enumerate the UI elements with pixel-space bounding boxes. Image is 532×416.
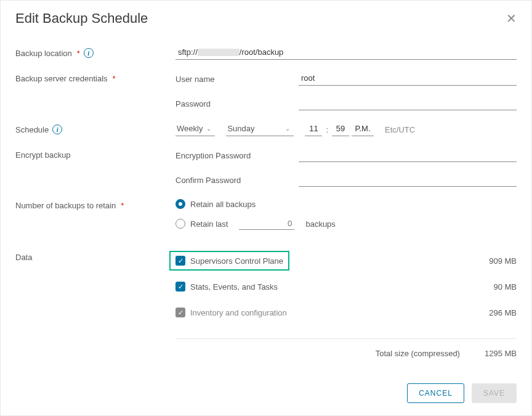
- retain-last-option[interactable]: Retain last backups: [175, 218, 517, 230]
- total-size-label: Total size (compressed): [376, 349, 460, 358]
- data-label: Data: [15, 251, 175, 262]
- timezone-text: Etc/UTC: [385, 125, 415, 134]
- save-button: SAVE: [472, 383, 517, 403]
- dialog-body: Backup location * i sftp:// /root/backup…: [1, 31, 531, 358]
- total-size-row: Total size (compressed) 1295 MB: [175, 338, 517, 358]
- retain-last-count-input[interactable]: [239, 218, 294, 230]
- backup-location-label: Backup location * i: [15, 46, 175, 58]
- password-label: Password: [175, 99, 299, 108]
- encrypt-label: Encrypt backup: [15, 149, 175, 160]
- data-item-label: Stats, Events, and Tasks: [190, 282, 278, 292]
- dialog-title: Edit Backup Schedule: [15, 10, 148, 27]
- required-asterisk: *: [77, 49, 80, 58]
- info-icon[interactable]: i: [84, 48, 94, 58]
- data-item-label: Supervisors Control Plane: [190, 256, 283, 266]
- data-item-size: 296 MB: [489, 308, 517, 317]
- enc-password-label: Encryption Password: [175, 151, 299, 160]
- chevron-down-icon: ⌄: [206, 125, 211, 132]
- schedule-label: Schedule i: [15, 123, 175, 134]
- checkbox-disabled-icon: ✓: [175, 308, 185, 317]
- retain-all-option[interactable]: Retain all backups: [175, 199, 517, 209]
- data-item-inventory: ✓ Inventory and configuration 296 MB: [175, 303, 517, 322]
- username-input[interactable]: [299, 72, 517, 86]
- encryption-password-input[interactable]: [299, 149, 517, 162]
- data-item-stats: ✓ Stats, Events, and Tasks 90 MB: [175, 277, 517, 296]
- checkbox-checked-icon[interactable]: ✓: [175, 256, 185, 266]
- confirm-password-label: Confirm Password: [175, 176, 299, 185]
- required-asterisk: *: [113, 74, 116, 83]
- edit-backup-schedule-dialog: Edit Backup Schedule ✕ Backup location *…: [0, 0, 532, 416]
- radio-checked-icon: [175, 199, 185, 209]
- redacted-host: [198, 49, 240, 56]
- retain-label: Number of backups to retain *: [15, 199, 175, 210]
- data-item-label: Inventory and configuration: [190, 308, 287, 317]
- ampm-input[interactable]: [352, 123, 374, 136]
- hour-input[interactable]: [305, 123, 322, 136]
- data-item-size: 90 MB: [493, 282, 517, 292]
- dialog-footer: CANCEL SAVE: [407, 383, 517, 403]
- credentials-label: Backup server credentials *: [15, 72, 175, 83]
- chevron-down-icon: ⌄: [285, 125, 290, 132]
- username-label: User name: [175, 75, 299, 84]
- day-select[interactable]: Sunday ⌄: [226, 123, 294, 136]
- backup-location-input[interactable]: sftp:// /root/backup: [175, 46, 517, 60]
- data-item-supervisors: ✓ Supervisors Control Plane 909 MB: [175, 251, 517, 271]
- data-item-size: 909 MB: [489, 256, 517, 266]
- minute-input[interactable]: [332, 123, 349, 136]
- checkbox-checked-icon[interactable]: ✓: [175, 282, 185, 292]
- info-icon[interactable]: i: [52, 124, 62, 134]
- password-input[interactable]: [299, 97, 517, 110]
- radio-unchecked-icon: [175, 219, 185, 229]
- frequency-select[interactable]: Weekly ⌄: [175, 123, 215, 136]
- required-asterisk: *: [121, 201, 124, 210]
- dialog-header: Edit Backup Schedule ✕: [1, 1, 531, 31]
- highlight-box: ✓ Supervisors Control Plane: [169, 251, 289, 271]
- total-size-value: 1295 MB: [485, 349, 517, 358]
- close-icon[interactable]: ✕: [506, 12, 517, 25]
- cancel-button[interactable]: CANCEL: [407, 383, 464, 403]
- confirm-password-input[interactable]: [299, 173, 517, 187]
